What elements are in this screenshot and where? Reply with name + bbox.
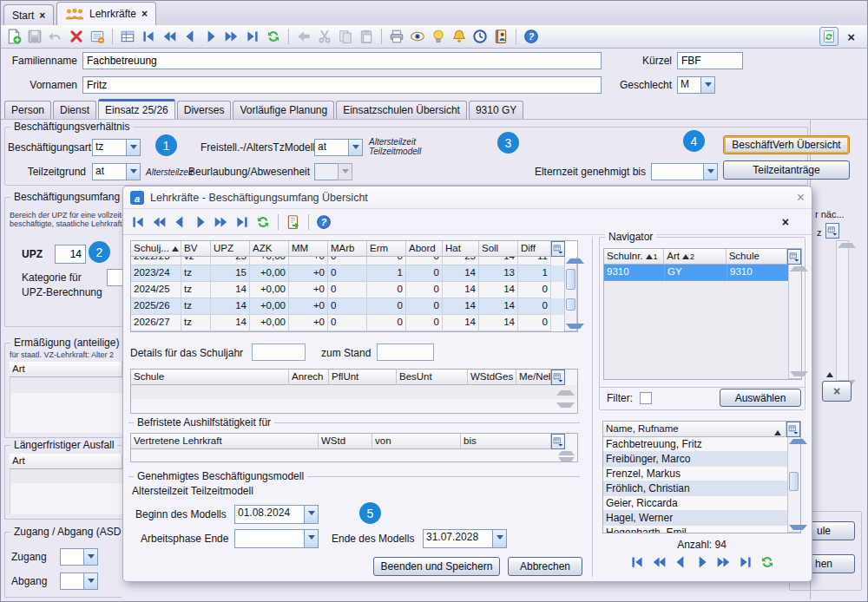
column-picker-icon[interactable] xyxy=(551,370,565,385)
list-item[interactable]: Fröhlich, Christian xyxy=(603,481,787,496)
last-record-icon[interactable] xyxy=(245,29,260,44)
elternzeit-select[interactable] xyxy=(651,163,718,180)
chevron-down-icon[interactable] xyxy=(126,139,141,156)
scroll-down-icon[interactable] xyxy=(558,457,575,461)
tab-lehrkraefte-close-icon[interactable]: × xyxy=(141,10,148,18)
scroll-down-icon[interactable] xyxy=(556,402,575,408)
last-record-icon[interactable] xyxy=(738,554,753,570)
transfer-button[interactable] xyxy=(819,27,838,46)
next-record-icon[interactable] xyxy=(193,214,208,230)
beginn-select[interactable]: 01.08.2024 xyxy=(234,505,319,524)
column-picker-icon[interactable] xyxy=(551,434,565,449)
tip-icon[interactable] xyxy=(431,29,446,44)
last-record-icon[interactable] xyxy=(234,214,250,230)
report-icon[interactable] xyxy=(286,214,301,230)
chevron-down-icon[interactable] xyxy=(304,529,319,548)
column-header[interactable]: PflUnt xyxy=(329,370,397,385)
teilzeitantraege-button[interactable]: Teilzeitanträge xyxy=(723,160,850,180)
fast-forward-icon[interactable] xyxy=(716,554,732,570)
list-item[interactable]: Hagel, Werner xyxy=(603,511,787,526)
chevron-down-icon[interactable] xyxy=(126,163,141,180)
column-header[interactable]: MM xyxy=(289,241,328,257)
list-item[interactable]: Freibünger, Marco xyxy=(603,452,787,467)
delete-icon[interactable] xyxy=(69,29,84,44)
column-picker-icon[interactable] xyxy=(551,241,565,257)
back-icon[interactable] xyxy=(296,29,312,44)
ausfall-column-header[interactable]: Art xyxy=(10,454,122,469)
column-picker-icon[interactable] xyxy=(787,249,801,265)
beurlaubung-select[interactable] xyxy=(314,163,352,180)
help-icon[interactable]: ? xyxy=(316,214,332,230)
chevron-down-icon[interactable] xyxy=(83,548,98,566)
scrollbar[interactable] xyxy=(564,257,577,331)
column-header[interactable]: BesUnt xyxy=(397,370,468,385)
abgang-select[interactable] xyxy=(60,573,98,590)
list-item[interactable]: Fachbetreuung, Fritz xyxy=(603,437,787,452)
print-icon[interactable] xyxy=(389,29,404,44)
table-row[interactable]: 2024/25 tz 14 +0,00 +0 0 0 0 14 14 0 xyxy=(131,282,577,298)
table-row[interactable]: 2023/24 tz 15 +0,00 +0 0 1 0 14 13 1 xyxy=(131,265,577,282)
chevron-down-icon[interactable] xyxy=(492,529,507,548)
arbeitsphase-select[interactable] xyxy=(234,529,319,548)
column-header[interactable]: WStd xyxy=(319,434,372,449)
scroll-up-icon[interactable] xyxy=(556,390,575,396)
save-icon[interactable] xyxy=(27,29,43,44)
chevron-down-icon[interactable] xyxy=(83,573,98,590)
chevron-down-icon[interactable] xyxy=(348,139,363,156)
fast-back-icon[interactable] xyxy=(151,214,167,230)
column-header[interactable]: BV xyxy=(181,241,211,257)
table-row[interactable]: 2025/26 tz 14 +0,00 +0 0 0 0 14 14 0 xyxy=(131,298,577,315)
list-item[interactable]: Geier, Riccarda xyxy=(603,496,787,511)
chevron-down-icon[interactable] xyxy=(304,505,319,524)
new-record-icon[interactable] xyxy=(6,29,22,44)
tab-dienst[interactable]: Dienst xyxy=(53,101,96,119)
tab-9310-gy[interactable]: 9310 GY xyxy=(469,101,523,119)
column-header[interactable]: MArb xyxy=(328,241,367,257)
next-record-icon[interactable] xyxy=(694,554,710,570)
cut-icon[interactable] xyxy=(317,29,332,44)
vornamen-input[interactable] xyxy=(82,76,602,94)
list-item[interactable]: Hegenbarth, Emil xyxy=(603,526,787,533)
fast-back-icon[interactable] xyxy=(651,554,667,570)
refresh-icon[interactable] xyxy=(760,554,775,570)
column-header[interactable]: Diff xyxy=(518,241,551,257)
scrollbar[interactable] xyxy=(787,437,800,533)
panel-close-icon[interactable]: × xyxy=(782,215,789,229)
table-row[interactable]: 2026/27 tz 14 +0,00 +0 0 0 0 14 14 0 xyxy=(131,315,577,331)
paste-icon[interactable] xyxy=(358,29,374,44)
first-record-icon[interactable] xyxy=(629,554,645,570)
column-picker-icon[interactable] xyxy=(825,223,839,239)
notification-icon[interactable] xyxy=(451,29,467,44)
upz-input[interactable] xyxy=(55,245,86,264)
column-header[interactable]: von xyxy=(372,434,461,449)
column-header[interactable]: Anrech xyxy=(289,370,329,385)
clear-button[interactable]: × xyxy=(822,381,852,402)
dialog-close-icon[interactable]: × xyxy=(797,190,805,206)
first-record-icon[interactable] xyxy=(130,214,146,230)
familienname-input[interactable] xyxy=(82,52,602,69)
column-header[interactable]: Me/Neb xyxy=(516,370,551,385)
geschlecht-select[interactable]: M xyxy=(677,76,715,94)
column-header[interactable]: Schule xyxy=(727,249,787,265)
chevron-down-icon[interactable] xyxy=(700,76,715,94)
save-and-close-button[interactable]: Beenden und Speichern xyxy=(373,557,500,576)
ende-select[interactable]: 31.07.2028 xyxy=(423,529,507,548)
refresh-icon[interactable] xyxy=(266,29,281,44)
datasheet-icon[interactable] xyxy=(120,29,135,44)
next-record-icon[interactable] xyxy=(203,29,219,44)
undo-icon[interactable] xyxy=(48,29,63,44)
tab-einsatzschulen-uebersicht[interactable]: Einsatzschulen Übersicht xyxy=(336,101,467,119)
refresh-icon[interactable] xyxy=(255,214,271,230)
teilzeitgrund-select[interactable]: at xyxy=(92,163,141,180)
scroll-up-icon[interactable] xyxy=(558,451,575,455)
column-header[interactable]: Abord xyxy=(406,241,443,257)
ermaessigung-column-header[interactable]: Art xyxy=(10,362,122,377)
table-row[interactable]: 2022/23 vz 25 +0,00 +0 0 0 0 25 14 11 xyxy=(131,257,577,265)
column-picker-icon[interactable] xyxy=(786,422,800,437)
previous-record-icon[interactable] xyxy=(182,29,198,44)
column-header[interactable]: WStdGes xyxy=(468,370,516,385)
edit-form-icon[interactable] xyxy=(89,29,105,44)
dialog-title-bar[interactable]: a Lehrkräfte - Beschäftigungsumfang Über… xyxy=(123,186,812,209)
copy-icon[interactable] xyxy=(338,29,353,44)
column-header[interactable]: Schulj... xyxy=(131,241,181,257)
